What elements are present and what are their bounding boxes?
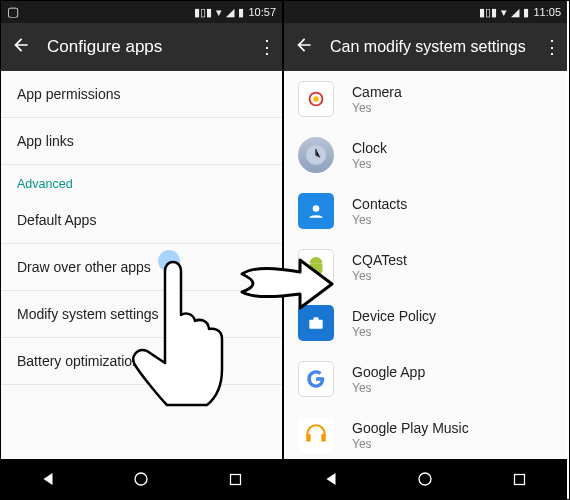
- app-status: Yes: [352, 437, 469, 451]
- app-row-google-app[interactable]: Google AppYes: [284, 351, 567, 407]
- triangle-back-icon: [39, 470, 57, 488]
- touch-indicator: [158, 250, 180, 272]
- svg-rect-10: [314, 317, 319, 320]
- nav-back-button[interactable]: [311, 465, 351, 493]
- list-item-label: Draw over other apps: [17, 259, 151, 275]
- app-bar: Configure apps ⋮: [1, 23, 282, 71]
- list-item-label: Default Apps: [17, 212, 96, 228]
- list-item-battery-optimization[interactable]: Battery optimization: [1, 338, 282, 385]
- navigation-bar: [284, 459, 567, 499]
- list-item-app-permissions[interactable]: App permissions: [1, 71, 282, 118]
- app-status: Yes: [352, 157, 387, 171]
- app-row-cqatest[interactable]: CQATestYes: [284, 239, 567, 295]
- status-time: 10:57: [248, 6, 276, 18]
- vibrate-icon: ▮▯▮: [194, 6, 212, 19]
- app-row-camera[interactable]: CameraYes: [284, 71, 567, 127]
- circle-home-icon: [133, 471, 149, 487]
- wifi-icon: ▾: [216, 6, 222, 19]
- overflow-menu-button[interactable]: ⋮: [539, 36, 559, 58]
- back-button[interactable]: [9, 35, 33, 59]
- svg-rect-9: [309, 320, 322, 329]
- square-recents-icon: [228, 472, 243, 487]
- clock-icon: [298, 137, 334, 173]
- list-item-default-apps[interactable]: Default Apps: [1, 197, 282, 244]
- list-item-modify-system-settings[interactable]: Modify system settings: [1, 291, 282, 338]
- list-item-label: Battery optimization: [17, 353, 140, 369]
- square-recents-icon: [512, 472, 527, 487]
- arrow-back-icon: [11, 35, 31, 55]
- app-name: Google App: [352, 364, 425, 380]
- app-status: Yes: [352, 101, 402, 115]
- app-name: Google Play Music: [352, 420, 469, 436]
- google-icon: [298, 361, 334, 397]
- app-status: Yes: [352, 213, 407, 227]
- screen-modify-system-settings: ▮▯▮ ▾ ◢ ▮ 11:05 Can modify system settin…: [284, 1, 567, 499]
- app-name: Device Policy: [352, 308, 436, 324]
- battery-icon: ▮: [523, 6, 529, 19]
- list-item-draw-over-apps[interactable]: Draw over other apps: [1, 244, 282, 291]
- app-name: Camera: [352, 84, 402, 100]
- app-status: Yes: [352, 381, 425, 395]
- app-bar: Can modify system settings ⋮: [284, 23, 567, 71]
- svg-rect-1: [230, 474, 240, 484]
- headphones-icon: [298, 417, 334, 453]
- app-row-device-policy[interactable]: Device PolicyYes: [284, 295, 567, 351]
- arrow-back-icon: [294, 35, 314, 55]
- status-time: 11:05: [533, 6, 561, 18]
- camera-icon: [298, 81, 334, 117]
- app-row-clock[interactable]: ClockYes: [284, 127, 567, 183]
- list-item-label: App links: [17, 133, 74, 149]
- signal-icon: ◢: [511, 6, 519, 19]
- page-title: Can modify system settings: [316, 38, 539, 56]
- nav-home-button[interactable]: [405, 465, 445, 493]
- app-row-google-play-music[interactable]: Google Play MusicYes: [284, 407, 567, 459]
- nav-back-button[interactable]: [28, 465, 68, 493]
- svg-rect-12: [515, 474, 525, 484]
- image-icon: ▢: [7, 4, 19, 19]
- app-status: Yes: [352, 325, 436, 339]
- nav-recents-button[interactable]: [215, 465, 255, 493]
- svg-point-5: [313, 205, 320, 212]
- overflow-menu-button[interactable]: ⋮: [254, 36, 274, 58]
- signal-icon: ◢: [226, 6, 234, 19]
- list-item-label: Modify system settings: [17, 306, 159, 322]
- circle-home-icon: [417, 471, 433, 487]
- contacts-icon: [298, 193, 334, 229]
- app-row-contacts[interactable]: ContactsYes: [284, 183, 567, 239]
- app-name: CQATest: [352, 252, 407, 268]
- app-name: Clock: [352, 140, 387, 156]
- screen-configure-apps: ▢ ▮▯▮ ▾ ◢ ▮ 10:57 Configure apps ⋮ App p…: [1, 1, 284, 499]
- svg-point-0: [135, 473, 147, 485]
- svg-point-3: [313, 96, 319, 102]
- list-item-label: App permissions: [17, 86, 121, 102]
- section-header-advanced: Advanced: [1, 165, 282, 197]
- nav-recents-button[interactable]: [500, 465, 540, 493]
- vibrate-icon: ▮▯▮: [479, 6, 497, 19]
- back-button[interactable]: [292, 35, 316, 59]
- wifi-icon: ▾: [501, 6, 507, 19]
- android-icon: [298, 249, 334, 285]
- page-title: Configure apps: [33, 37, 254, 57]
- list-item-app-links[interactable]: App links: [1, 118, 282, 165]
- briefcase-icon: [298, 305, 334, 341]
- triangle-back-icon: [322, 470, 340, 488]
- app-name: Contacts: [352, 196, 407, 212]
- status-bar: ▮▯▮ ▾ ◢ ▮ 11:05: [284, 1, 567, 23]
- navigation-bar: [1, 459, 282, 499]
- status-bar: ▢ ▮▯▮ ▾ ◢ ▮ 10:57: [1, 1, 282, 23]
- app-status: Yes: [352, 269, 407, 283]
- svg-point-11: [419, 473, 431, 485]
- app-list: CameraYes ClockYes ContactsYes CQATestYe…: [284, 71, 567, 459]
- nav-home-button[interactable]: [121, 465, 161, 493]
- battery-icon: ▮: [238, 6, 244, 19]
- settings-list: App permissions App links Advanced Defau…: [1, 71, 282, 459]
- svg-rect-6: [310, 263, 323, 273]
